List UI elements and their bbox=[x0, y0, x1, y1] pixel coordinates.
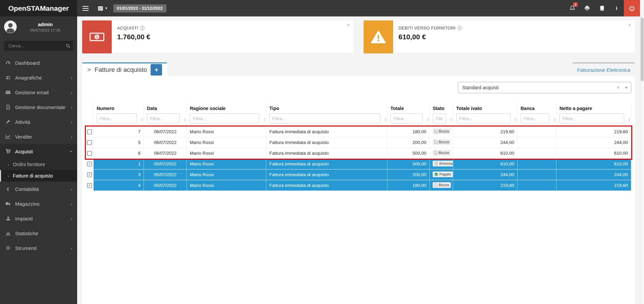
invoice-row-3[interactable]: ✓ 3 05/07/2022 Mario Rossi Fattura immed… bbox=[86, 169, 631, 180]
sidebar-item-acquisti[interactable]: Acquisti › bbox=[0, 144, 77, 159]
sort-icons[interactable]: ▲▼ bbox=[515, 118, 517, 121]
sort-icons[interactable]: ▲▼ bbox=[384, 118, 387, 121]
clear-selection-icon[interactable]: × bbox=[617, 85, 620, 90]
help-icon[interactable]: ? bbox=[140, 26, 145, 30]
cell-numero: 6 bbox=[94, 148, 144, 158]
sidebar-item-strumenti[interactable]: Strumenti ‹ bbox=[0, 241, 77, 255]
sidebar-item-statistiche[interactable]: Statistiche bbox=[0, 226, 77, 241]
sort-icons[interactable]: ▲▼ bbox=[141, 118, 143, 121]
app-logo[interactable]: OpenSTAManager bbox=[0, 0, 77, 16]
info-button[interactable]: i bbox=[609, 0, 624, 16]
row-checkbox[interactable]: ✓ bbox=[87, 172, 92, 177]
close-icon[interactable]: × bbox=[628, 22, 631, 28]
caret-down-icon: ▾ bbox=[625, 85, 627, 90]
column-header-netto-a-pagare: Netto a pagare ▲▼ bbox=[556, 103, 631, 126]
sort-icons[interactable]: ▲▼ bbox=[184, 118, 186, 121]
users-icon bbox=[5, 75, 11, 80]
sort-icons[interactable]: ▲▼ bbox=[427, 118, 429, 121]
row-checkbox[interactable]: ✓ bbox=[87, 151, 92, 156]
cell-totale-ivato: 610,00 bbox=[453, 148, 518, 158]
sidebar-item-label: Gestione documentale bbox=[15, 104, 65, 110]
column-header-numero: Numero ▲▼ bbox=[94, 103, 144, 126]
dashboard-icon bbox=[5, 60, 11, 65]
shopping-cart-icon bbox=[5, 149, 11, 154]
chevron-left-icon: ‹ bbox=[71, 186, 72, 192]
column-header-stato: Stato ▲▼ bbox=[430, 103, 453, 126]
search-icon[interactable] bbox=[66, 44, 70, 48]
calendar-button[interactable]: ▾ bbox=[98, 6, 107, 11]
filter-input-tipo[interactable] bbox=[269, 113, 380, 123]
cell-stato: Bozza bbox=[430, 126, 453, 137]
invoice-row-4[interactable]: ✓ 4 05/07/2022 Mario Rossi Fattura immed… bbox=[86, 180, 631, 191]
cell-ragione-sociale: Mario Rossi bbox=[187, 159, 266, 169]
envelope-icon bbox=[5, 90, 11, 95]
infobox-debiti-fornitori: DEBITI VERSO FORNITORI ? 610,00 € × bbox=[364, 20, 635, 53]
invoice-row-1[interactable]: ✓ 1 05/07/2022 Mario Rossi Fattura immed… bbox=[86, 159, 631, 169]
chevron-left-icon: ‹ bbox=[71, 75, 72, 81]
close-icon[interactable]: × bbox=[347, 22, 350, 28]
document-icon bbox=[5, 104, 11, 110]
filter-input-data[interactable] bbox=[147, 113, 180, 123]
book-icon bbox=[599, 5, 605, 11]
cell-netto-a-pagare: 219,60 bbox=[556, 180, 631, 191]
filter-input-totale[interactable] bbox=[390, 113, 423, 123]
sidebar-item-ordini-fornitore[interactable]: › Ordini fornitore bbox=[0, 159, 77, 170]
cell-tipo: Fattura immediata di acquisto bbox=[266, 137, 387, 148]
chevron-right-icon: › bbox=[8, 173, 9, 179]
scrollbar-thumb[interactable] bbox=[641, 17, 644, 81]
docs-button[interactable] bbox=[594, 0, 609, 16]
row-checkbox[interactable]: ✓ bbox=[87, 162, 92, 166]
sidebar-item-vendite[interactable]: Vendite ‹ bbox=[0, 129, 77, 144]
sort-icons[interactable]: ▲▼ bbox=[553, 118, 556, 121]
checkbox-column-header bbox=[86, 103, 94, 126]
menu-toggle-button[interactable] bbox=[77, 0, 94, 16]
filter-input-numero[interactable] bbox=[97, 113, 137, 123]
notifications-button[interactable]: 1 bbox=[565, 0, 580, 16]
tab-fatturazione-elettronica[interactable]: Fatturazione Elettronica bbox=[573, 62, 635, 76]
filter-input-netto-a-pagare[interactable] bbox=[559, 113, 624, 123]
cell-data: 06/07/2022 bbox=[144, 148, 187, 158]
sort-icons[interactable]: ▲▼ bbox=[263, 118, 266, 121]
search-input[interactable] bbox=[4, 41, 73, 51]
sidebar-item-gestione-email[interactable]: Gestione email ‹ bbox=[0, 85, 77, 100]
column-header-ragione-sociale: Ragione sociale ▲▼ bbox=[187, 103, 266, 126]
chevron-left-icon: ‹ bbox=[71, 90, 72, 95]
help-icon[interactable]: ? bbox=[458, 26, 462, 30]
notification-count-badge: 1 bbox=[573, 2, 578, 7]
sidebar-item-gestione-documentale[interactable]: Gestione documentale ‹ bbox=[0, 100, 77, 114]
caret-down-icon: ▾ bbox=[105, 6, 107, 10]
filter-input-totale-ivato[interactable] bbox=[456, 113, 511, 123]
invoice-row-6[interactable]: ✓ 6 06/07/2022 Mario Rossi Fattura immed… bbox=[86, 148, 631, 159]
logout-button[interactable] bbox=[624, 0, 640, 16]
date-range-badge[interactable]: 01/01/2022 - 31/12/2022 bbox=[113, 4, 166, 12]
sidebar-item-dashboard[interactable]: Dashboard bbox=[0, 55, 77, 70]
tools-icon bbox=[5, 216, 11, 221]
invoice-row-5[interactable]: ✓ 5 06/07/2022 Mario Rossi Fattura immed… bbox=[86, 137, 631, 148]
sidebar-item-magazzino[interactable]: Magazzino ‹ bbox=[0, 196, 77, 211]
row-checkbox[interactable]: ✓ bbox=[87, 140, 92, 145]
invoice-row-7[interactable]: ✓ 7 06/07/2022 Mario Rossi Fattura immed… bbox=[86, 126, 631, 137]
sort-icons[interactable]: ▲▼ bbox=[628, 118, 631, 121]
fatturazione-elettronica-link[interactable]: Fatturazione Elettronica bbox=[577, 67, 630, 73]
filter-input-stato[interactable] bbox=[433, 113, 446, 123]
row-checkbox[interactable]: ✓ bbox=[87, 130, 92, 134]
sidebar-item-attivita[interactable]: Attività ‹ bbox=[0, 114, 77, 129]
sidebar-item-anagrafiche[interactable]: Anagrafiche ‹ bbox=[0, 70, 77, 85]
page-scrollbar[interactable] bbox=[640, 0, 644, 304]
gear-icon bbox=[5, 245, 11, 251]
sidebar-item-contabilita[interactable]: € Contabilità ‹ bbox=[0, 182, 77, 196]
sort-icons[interactable]: ▲▼ bbox=[450, 118, 452, 121]
filter-input-ragione-sociale[interactable] bbox=[190, 113, 259, 123]
power-icon bbox=[629, 5, 635, 11]
sidebar-item-label: Impianti bbox=[15, 216, 33, 221]
add-invoice-button[interactable]: + bbox=[151, 64, 162, 75]
print-button[interactable] bbox=[580, 0, 594, 16]
print-template-select[interactable]: Standard acquisti × ▾ bbox=[458, 82, 631, 93]
sidebar-item-fatture-di-acquisto[interactable]: › Fatture di acquisto bbox=[0, 170, 77, 182]
tab-fatture-di-acquisto[interactable]: > Fatture di acquisto + bbox=[82, 62, 167, 76]
filter-input-banca[interactable] bbox=[521, 113, 549, 123]
cell-tipo: Fattura immediata di acquisto bbox=[266, 159, 387, 169]
sidebar-item-label: Strumenti bbox=[15, 245, 37, 251]
sidebar-item-impianti[interactable]: Impianti ‹ bbox=[0, 211, 77, 226]
row-checkbox[interactable]: ✓ bbox=[87, 183, 92, 188]
